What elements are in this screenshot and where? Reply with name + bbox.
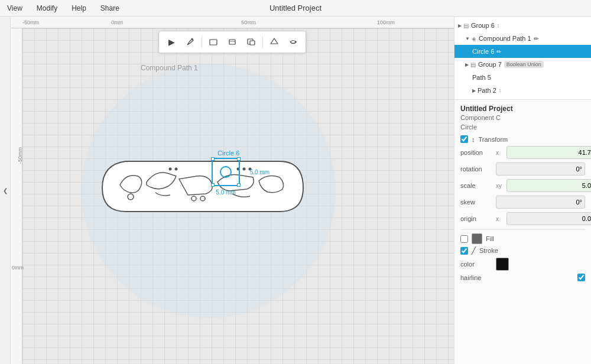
transform-tool-button[interactable]: [284, 34, 302, 50]
ruler-tick-0: 0mm: [111, 20, 123, 25]
ruler-left-0: 0mm: [12, 265, 24, 271]
hairline-label: hairline: [460, 274, 481, 281]
transform-label: Transform: [479, 136, 508, 143]
group-icon-7: ▤: [470, 61, 476, 68]
hairline-checkbox[interactable]: [577, 274, 585, 281]
circle-6-indicator: Circle 6 5.0 mm 5.0 mm: [212, 150, 240, 186]
tree-item-group7[interactable]: ▶ ▤ Group 7 Boolean Union: [454, 58, 591, 71]
circle6-edit-icon[interactable]: ✏: [496, 48, 501, 55]
svg-point-10: [169, 168, 172, 171]
tree-arrow-path2: ▶: [472, 88, 476, 93]
fill-checkbox[interactable]: [460, 235, 468, 243]
skew-label: skew: [460, 199, 496, 206]
ruler-tick-100: 100mm: [377, 20, 395, 25]
svg-rect-5: [250, 41, 255, 45]
scale-fields: xy ⇔: [496, 179, 591, 192]
divider-1: [460, 229, 585, 230]
component-label: Component C: [460, 114, 585, 121]
tree-item-path5[interactable]: Path 5: [454, 71, 591, 84]
handle-tr[interactable]: [237, 157, 241, 161]
scale-input[interactable]: [506, 179, 591, 192]
tree-label-circle6: Circle 6: [472, 48, 494, 55]
arabic-text-art: [79, 152, 327, 223]
app-title: Untitled Project: [269, 4, 322, 12]
skew-fields: [496, 196, 585, 209]
right-panel: ▶ ▤ Group 6 ↕ ▼ ◈ Compound Path 1 ✏ Circ…: [454, 17, 591, 364]
fill-color-swatch[interactable]: [472, 233, 482, 244]
tree-label-path2: Path 2: [478, 87, 496, 94]
ruler-tick-neg50: -50mm: [22, 20, 39, 25]
origin-x-input[interactable]: [506, 212, 591, 225]
origin-row: origin x: [460, 212, 585, 226]
hairline-row: hairline: [460, 274, 585, 281]
ruler-left: -50mm 0mm: [11, 28, 22, 364]
handle-bl[interactable]: [211, 183, 215, 187]
tree-arrow-group7: ▶: [465, 62, 469, 67]
transform-icon: ↕: [472, 136, 475, 143]
handle-br[interactable]: [237, 183, 241, 187]
rect-tool-button[interactable]: [204, 34, 222, 50]
left-panel-toggle[interactable]: ❮: [0, 17, 11, 364]
rotation-input[interactable]: [496, 162, 585, 176]
svg-rect-2: [229, 40, 235, 44]
compound-icon: ◈: [472, 35, 476, 42]
transform-checkbox[interactable]: [460, 135, 468, 143]
menu-view[interactable]: View: [5, 3, 25, 14]
menu-share[interactable]: Share: [98, 3, 122, 14]
toolbar: ▶: [158, 31, 306, 53]
tree-item-group6[interactable]: ▶ ▤ Group 6 ↕: [454, 19, 591, 32]
stroke-label: Stroke: [479, 247, 498, 254]
ruler-top: -50mm 0mm 50mm 100mm: [11, 17, 454, 28]
dim-horizontal: 5.0 mm: [213, 189, 239, 196]
svg-point-11: [175, 168, 178, 171]
handle-tl[interactable]: [211, 157, 215, 161]
position-row: position x: [460, 145, 585, 160]
stroke-checkbox[interactable]: [460, 247, 468, 255]
origin-fields: x: [496, 212, 591, 225]
circle-select-dot: [220, 166, 232, 178]
pen-tool-button[interactable]: [181, 34, 199, 50]
tree-label-path5: Path 5: [472, 74, 491, 81]
rotation-fields: [496, 162, 585, 176]
properties-panel: Untitled Project Component C Circle ↕ Tr…: [454, 100, 591, 364]
compound1-edit-icon[interactable]: ✏: [534, 35, 538, 42]
shape-tool-button[interactable]: [223, 34, 241, 50]
collapse-arrow-icon: ❮: [3, 187, 8, 194]
position-fields: x: [496, 146, 591, 159]
scale-label: scale: [460, 182, 496, 189]
skew-row: skew: [460, 195, 585, 209]
color-swatch[interactable]: [496, 258, 509, 271]
tree-arrow-compound1: ▼: [465, 36, 470, 41]
transform-header: ↕ Transform: [460, 135, 585, 143]
rotation-label: rotation: [460, 165, 496, 173]
scale-xy-axis: xy: [496, 183, 504, 189]
skew-input[interactable]: [496, 196, 585, 209]
tree-label-group6: Group 6: [471, 22, 495, 29]
main-layout: ❮ -50mm 0mm 50mm 100mm -50mm 0mm ▶: [0, 17, 591, 364]
path2-transform-icon: ↕: [499, 87, 502, 93]
tree-item-compound1[interactable]: ▼ ◈ Compound Path 1 ✏: [454, 32, 591, 45]
tree-label-group7: Group 7: [478, 61, 502, 68]
position-label: position: [460, 149, 496, 156]
svg-rect-1: [210, 40, 217, 45]
position-x-input[interactable]: [506, 146, 591, 159]
menu-help[interactable]: Help: [69, 3, 89, 14]
fill-label: Fill: [486, 235, 494, 242]
stroke-row: ╱ Stroke: [460, 246, 585, 255]
element-label: Circle: [460, 124, 585, 131]
circle-select-box[interactable]: 5.0 mm 5.0 mm: [212, 158, 240, 186]
boolean-union-badge: Boolean Union: [504, 61, 544, 68]
origin-label: origin: [460, 215, 496, 222]
shape2-tool-button[interactable]: [242, 34, 260, 50]
canvas-area[interactable]: -50mm 0mm 50mm 100mm -50mm 0mm ▶: [11, 17, 454, 364]
ruler-tick-50: 50mm: [241, 20, 256, 25]
tree-item-path2[interactable]: ▶ Path 2 ↕: [454, 84, 591, 97]
tree-item-circle6[interactable]: Circle 6 ✏: [454, 45, 591, 58]
select-tool-button[interactable]: ▶: [163, 34, 180, 50]
tree-label-compound1: Compound Path 1: [479, 35, 531, 42]
layers-tree: ▶ ▤ Group 6 ↕ ▼ ◈ Compound Path 1 ✏ Circ…: [454, 17, 591, 100]
group6-badge: ↕: [497, 22, 500, 28]
node-tool-button[interactable]: [265, 34, 283, 50]
menu-modify[interactable]: Modify: [34, 3, 60, 14]
svg-point-13: [243, 168, 246, 171]
